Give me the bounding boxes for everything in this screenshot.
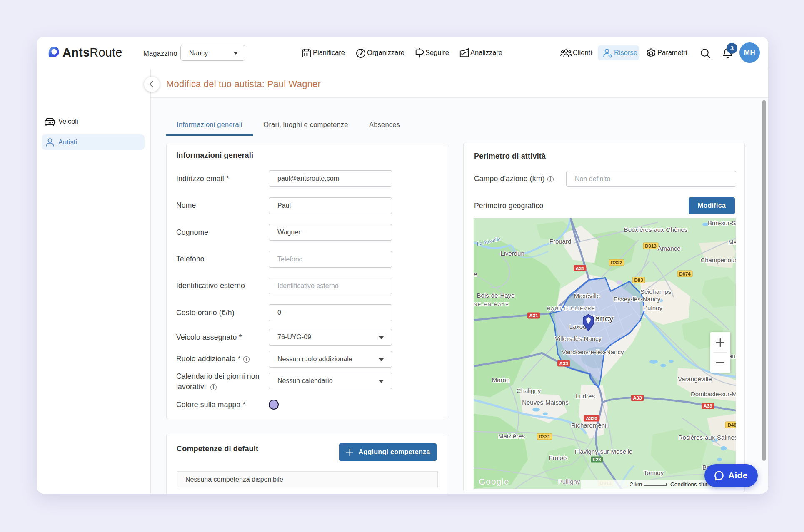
svg-text:Brin-sur-Se: Brin-sur-Se (708, 219, 736, 226)
svg-text:E23: E23 (592, 457, 601, 462)
svg-text:A31: A31 (575, 266, 584, 271)
svg-text:A33: A33 (633, 395, 642, 400)
svg-text:A31: A31 (529, 313, 538, 318)
svg-text:Vandœuvre-lès-Nancy: Vandœuvre-lès-Nancy (562, 348, 624, 355)
svg-text:Tonnoy: Tonnoy (644, 469, 664, 476)
svg-text:Ma: Ma (728, 239, 736, 246)
svg-text:Flavigny-sur-Moselle: Flavigny-sur-Moselle (575, 448, 632, 455)
svg-text:Ludres: Ludres (576, 393, 595, 400)
svg-text:A33: A33 (559, 361, 568, 366)
svg-text:Champenoux: Champenoux (700, 256, 736, 264)
svg-text:Seichamps: Seichamps (640, 288, 671, 295)
svg-text:Rosières-aux-Salines: Rosières-aux-Salines (678, 434, 736, 441)
svg-text:Liverdun: Liverdun (500, 250, 524, 257)
svg-text:D331: D331 (539, 434, 550, 439)
svg-text:Dombasle-sur-M: Dombasle-sur-M (691, 390, 736, 398)
svg-text:Villers-lès-Nancy: Villers-lès-Nancy (555, 335, 602, 342)
svg-text:Amance: Amance (657, 245, 680, 252)
svg-text:Bouxières-aux-Chênes: Bouxières-aux-Chênes (624, 226, 688, 233)
svg-text:Neuves-Maisons: Neuves-Maisons (522, 399, 569, 406)
svg-text:D322: D322 (611, 260, 622, 265)
svg-text:Richardménil: Richardménil (571, 422, 608, 429)
svg-text:A330: A330 (586, 416, 597, 421)
svg-text:Bois-de-Haye: Bois-de-Haye (477, 292, 515, 299)
svg-text:e: e (474, 271, 477, 278)
svg-text:Maxéville: Maxéville (574, 292, 600, 299)
svg-text:2 km: 2 km (630, 481, 642, 487)
svg-text:Varangéville: Varangéville (678, 375, 712, 383)
svg-text:Maizières: Maizières (498, 433, 525, 440)
svg-text:HAUT-DU-LIÈVRE: HAUT-DU-LIÈVRE (547, 306, 596, 311)
svg-text:Maron: Maron (492, 376, 510, 383)
svg-text:D674: D674 (679, 271, 691, 276)
svg-text:Pulligny: Pulligny (558, 478, 580, 485)
svg-text:Frolois: Frolois (549, 454, 567, 461)
svg-text:D83: D83 (634, 278, 643, 283)
svg-text:Google: Google (479, 477, 509, 486)
svg-text:NE-EN-HAYE: NE-EN-HAYE (474, 302, 509, 307)
svg-text:Pulnoy: Pulnoy (643, 304, 662, 311)
svg-text:A33: A33 (703, 403, 712, 408)
svg-text:Frouard: Frouard (549, 238, 572, 245)
svg-text:D40: D40 (727, 423, 736, 428)
svg-text:D913: D913 (645, 244, 657, 249)
svg-text:Chaligny: Chaligny (517, 387, 541, 394)
svg-text:Essey-lès-Nancy: Essey-lès-Nancy (614, 296, 661, 303)
